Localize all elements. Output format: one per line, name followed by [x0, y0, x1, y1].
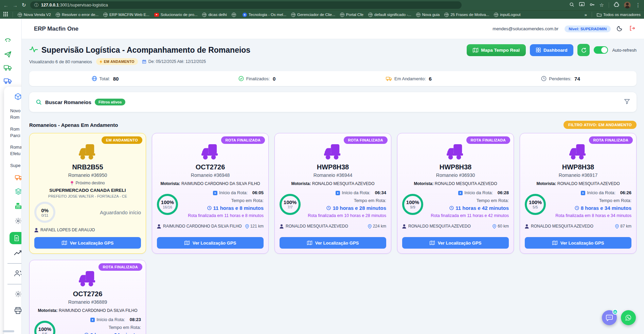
- refresh-button[interactable]: [577, 44, 590, 56]
- bookmark-item[interactable]: 25 Frases de Motiva...: [444, 13, 489, 17]
- driver-row: RONALDO MESQUITA AZEVEDO 60 km: [402, 224, 509, 229]
- package-icon[interactable]: [14, 93, 22, 102]
- install-icon[interactable]: [579, 2, 585, 9]
- printer-icon[interactable]: [14, 307, 22, 315]
- layers-icon[interactable]: [15, 188, 22, 196]
- password-key-icon[interactable]: [589, 2, 595, 9]
- route-finished-text: Rota finalizada em 11 horas e 42 minutos: [431, 213, 509, 219]
- active-filter-badge: FILTRO ATIVO: EM ANDAMENTO: [564, 121, 637, 129]
- map-realtime-button[interactable]: Mapa Tempo Real: [467, 44, 526, 56]
- vehicle-plate: HWP8H38: [525, 163, 631, 171]
- apps-grid-icon[interactable]: [3, 12, 8, 18]
- globe-favicon: [202, 13, 207, 17]
- grid-icon: [536, 48, 541, 52]
- stat-em-andamento: Em Andamento:6: [333, 76, 485, 82]
- chat-bubble-icon: [606, 315, 613, 321]
- globe-favicon: [103, 13, 108, 17]
- url-path: :3001/supervisao-logistica: [59, 3, 108, 7]
- assistant-robot-icon[interactable]: [3, 37, 12, 45]
- clock-icon: [575, 206, 579, 210]
- bookmark-item[interactable]: Gerenciador de Clie...: [291, 13, 335, 17]
- refresh-icon: [581, 47, 587, 53]
- dark-mode-moon-icon[interactable]: [617, 25, 623, 33]
- distance-cell: 121 km: [245, 224, 264, 229]
- whatsapp-fab[interactable]: [621, 310, 636, 325]
- forward-icon[interactable]: →: [13, 2, 18, 8]
- bookmark-item[interactable]: Portal Cfe: [340, 13, 363, 17]
- progress-ring: 100% 7/7: [280, 194, 301, 215]
- clock-icon: [84, 333, 89, 334]
- clock-icon: [449, 206, 454, 210]
- bookmark-item[interactable]: Resolver o error de...: [56, 13, 99, 17]
- profile-avatar[interactable]: [624, 2, 631, 9]
- gps-location-button[interactable]: Ver Localização GPS: [525, 237, 631, 249]
- card-status-badge: ROTA FINALIZADA: [589, 136, 633, 144]
- bookmark-item[interactable]: Nova guia: [416, 13, 440, 17]
- settings-gear-icon[interactable]: [15, 217, 22, 226]
- menu-item-supervisao[interactable]: Supe: [10, 163, 22, 169]
- gps-location-button[interactable]: Ver Localização GPS: [402, 237, 509, 249]
- bookmark-item[interactable]: inputLogout: [494, 13, 520, 17]
- back-icon[interactable]: ←: [3, 2, 8, 8]
- time-on-route-value: 11 horas e 42 minutos: [449, 204, 509, 212]
- extensions-icon[interactable]: [614, 2, 619, 9]
- results-summary: Visualizando 6 de 80 romaneios: [29, 59, 92, 64]
- distance-cell: 87 km: [615, 224, 631, 229]
- vehicle-plate: OCT2726: [157, 163, 264, 171]
- time-on-route-label: Tempo em Rota:: [231, 198, 264, 203]
- gps-location-button[interactable]: Ver Localização GPS: [280, 237, 386, 249]
- search-tabs-icon[interactable]: [569, 2, 574, 9]
- map-icon: [430, 240, 435, 245]
- page-title: Supervisão Logística - Acompanhamento de…: [41, 46, 250, 55]
- menu-item-active-document[interactable]: [10, 232, 22, 244]
- cash-register-icon[interactable]: [14, 202, 22, 211]
- person-icon: [157, 224, 161, 229]
- menu-item-novo-romaneio[interactable]: NovoRom: [10, 108, 22, 121]
- route-finished-text: Rota finalizada em 11 horas e 8 minutos: [188, 213, 264, 219]
- truck-orange-icon[interactable]: [15, 174, 22, 182]
- bookmarks-overflow-chevron[interactable]: »: [585, 12, 587, 17]
- trending-up-icon[interactable]: [14, 250, 22, 257]
- card-status-badge: ROTA FINALIZADA: [466, 136, 510, 144]
- route-start-line: Início da Rota: 06:28: [458, 189, 509, 196]
- send-plane-icon[interactable]: [3, 50, 12, 59]
- bookmark-item[interactable]: Nova Venda V2: [18, 13, 51, 17]
- card-status-badge: ROTA FINALIZADA: [221, 136, 265, 144]
- play-icon: [581, 191, 585, 195]
- search-panel[interactable]: Buscar Romaneios Filtros ativos: [29, 92, 637, 112]
- truck-blue-icon[interactable]: [3, 77, 12, 85]
- site-favicon: s: [243, 13, 247, 17]
- bookmark-star-icon[interactable]: ☆: [600, 2, 604, 8]
- settings-gear-icon[interactable]: [15, 290, 22, 299]
- users-icon[interactable]: [14, 270, 22, 278]
- bookmark-item[interactable]: Solucionario de pro...: [154, 13, 198, 17]
- bookmark-item[interactable]: default significado -...: [368, 13, 411, 17]
- gps-location-button[interactable]: Ver Localização GPS: [157, 237, 264, 249]
- dashboard-button[interactable]: Dashboard: [530, 44, 574, 56]
- auto-refresh-toggle[interactable]: [594, 46, 608, 54]
- address-bar[interactable]: ⓘ 127.0.0.1:3001/supervisao-logistica: [30, 1, 462, 9]
- filter-funnel-icon[interactable]: [624, 99, 630, 105]
- romaneio-number: Romaneio #36948: [157, 172, 264, 178]
- bookmark-item[interactable]: [232, 13, 238, 17]
- globe-favicon: [416, 13, 421, 17]
- romaneio-card: ROTA FINALIZADA HWP8H38 Romaneio #36917 …: [520, 133, 637, 254]
- gps-location-button[interactable]: Ver Localização GPS: [34, 237, 141, 249]
- globe-favicon: [340, 13, 344, 17]
- bookmark-item[interactable]: dicas delhi: [202, 13, 227, 17]
- bookmark-item[interactable]: sTecnologia - Os mel...: [243, 13, 286, 17]
- bookmark-item[interactable]: ERP MACFIN Web E...: [103, 13, 149, 17]
- globe-favicon: [444, 13, 449, 17]
- romaneio-card: EM ANDAMENTO NRB2B55 Romaneio #36950 Pró…: [29, 133, 146, 254]
- motorista-line: Motorista: RONALDO MESQUITA AZEVEDO: [402, 181, 509, 186]
- all-bookmarks-button[interactable]: Todos os marcadores: [597, 13, 641, 17]
- sidebar-horizontal-scrollbar[interactable]: [3, 330, 14, 332]
- logout-icon[interactable]: [629, 25, 635, 33]
- menu-dots-icon[interactable]: ⋮: [636, 2, 641, 8]
- reload-icon[interactable]: ↻: [22, 2, 26, 8]
- menu-item-romaneio-parcial[interactable]: RomParci: [10, 126, 22, 139]
- menu-item-romaneios-efetuados[interactable]: RomaEfetu: [10, 144, 22, 157]
- site-info-icon[interactable]: ⓘ: [34, 2, 39, 8]
- truck-green-icon[interactable]: [3, 64, 12, 72]
- ai-chat-fab[interactable]: IA: [602, 310, 617, 325]
